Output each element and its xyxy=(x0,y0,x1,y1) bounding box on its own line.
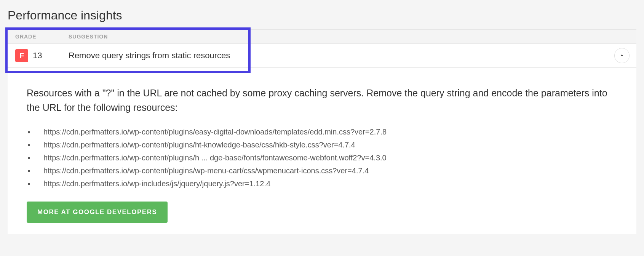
detail-description: Resources with a "?" in the URL are not … xyxy=(27,86,617,115)
collapse-button[interactable] xyxy=(614,48,630,63)
list-item: https://cdn.perfmatters.io/wp-includes/j… xyxy=(35,177,617,190)
column-header-grade: GRADE xyxy=(8,34,67,40)
resource-list: https://cdn.perfmatters.io/wp-content/pl… xyxy=(27,125,617,190)
grade-badge: F xyxy=(15,49,28,62)
suggestion-text: Remove query strings from static resourc… xyxy=(67,51,636,61)
insight-panel: GRADE SUGGESTION F 13 Remove query strin… xyxy=(8,29,636,234)
list-item: https://cdn.perfmatters.io/wp-content/pl… xyxy=(35,125,617,138)
list-item: https://cdn.perfmatters.io/wp-content/pl… xyxy=(35,151,617,164)
chevron-up-icon xyxy=(619,52,625,59)
more-developers-button[interactable]: MORE AT GOOGLE DEVELOPERS xyxy=(27,202,168,223)
detail-panel: Resources with a "?" in the URL are not … xyxy=(8,68,636,234)
column-header-suggestion: SUGGESTION xyxy=(67,34,636,40)
table-header: GRADE SUGGESTION xyxy=(8,30,636,44)
page-title: Performance insights xyxy=(0,0,644,29)
list-item: https://cdn.perfmatters.io/wp-content/pl… xyxy=(35,164,617,177)
grade-cell: F 13 xyxy=(8,49,67,62)
list-item: https://cdn.perfmatters.io/wp-content/pl… xyxy=(35,138,617,151)
grade-score: 13 xyxy=(33,51,42,61)
insight-row[interactable]: F 13 Remove query strings from static re… xyxy=(8,44,636,68)
